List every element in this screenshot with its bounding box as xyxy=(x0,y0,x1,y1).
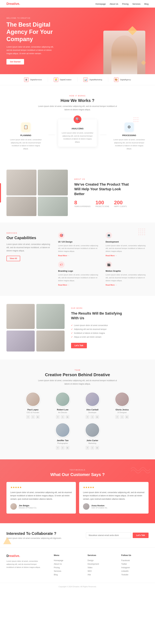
footer-menu-links: Homepage About Us Pricing Services Blog xyxy=(54,559,81,576)
footer-link-pricing[interactable]: Pricing xyxy=(54,566,81,569)
svg-point-5 xyxy=(137,119,138,120)
footer-desc: Lorem ipsum dolor sit amet, consectetur … xyxy=(7,560,42,569)
social-fb-paul[interactable]: f xyxy=(26,415,30,419)
footer-link-blog[interactable]: Blog xyxy=(54,573,81,576)
cap-item-branding: 🏷 Branding Logo Lorem ipsum dolor sit am… xyxy=(58,261,101,286)
nav-blog[interactable]: Blog xyxy=(144,3,148,5)
team-social-paul: f t in xyxy=(20,415,46,419)
stat-item-1: 🖥 DigitalServices xyxy=(18,78,48,82)
collaborate-title: Interested To Collaborate ? xyxy=(7,531,62,536)
footer-link-homepage[interactable]: Homepage xyxy=(54,559,81,562)
footer-follow-linkedin[interactable]: LinkedIn xyxy=(121,569,148,573)
processing-desc: Lorem ipsum dolor sit amet, consectetur … xyxy=(113,138,145,150)
svg-point-12 xyxy=(144,228,145,230)
svg-point-3 xyxy=(133,119,134,120)
how-works-title: How We Works ? xyxy=(7,98,148,103)
footer-svc-seo[interactable]: SEO xyxy=(87,569,115,573)
hero-welcome: WELCOME TO DREATIVE xyxy=(7,17,103,19)
hero-image xyxy=(103,31,148,74)
how-works-grid: 📋 PLANNING Lorem ipsum dolor sit amet, c… xyxy=(7,119,148,154)
social-li-john[interactable]: in xyxy=(95,446,99,450)
hero-text: WELCOME TO DREATIVE The Best Digital Age… xyxy=(7,17,103,74)
footer-svc-ads[interactable]: Ads xyxy=(87,573,115,576)
stat-text-4: DigitalAgency xyxy=(120,79,131,80)
product-section: ABOUT US We've Created The Product That … xyxy=(0,163,155,222)
cap-read-more-dev[interactable]: Read More → xyxy=(106,254,117,256)
team-social-robert: f t in xyxy=(50,415,76,419)
team-social-john: f t in xyxy=(79,446,105,450)
footer-link-services[interactable]: Services xyxy=(54,569,81,573)
results-cta-button[interactable]: Let's Talk xyxy=(71,343,87,348)
testimonial-author-2: Anna Hoston CEO of Creative Inc. xyxy=(83,503,145,510)
svg-point-22 xyxy=(140,234,141,235)
svg-point-32 xyxy=(144,535,145,536)
how-works-desc: Lorem ipsum dolor sit amet, consectetur … xyxy=(37,105,118,111)
footer-svc-design[interactable]: Design xyxy=(87,559,115,562)
nav-about[interactable]: About Us xyxy=(110,3,118,5)
team-name-paul: Paul Lopez xyxy=(20,408,46,411)
cap-read-more-motion[interactable]: Read More → xyxy=(106,284,117,286)
stat-text-2: DigitalCreation xyxy=(60,79,72,80)
social-tw-paul[interactable]: t xyxy=(31,415,35,419)
social-fb-jeniffer[interactable]: f xyxy=(56,446,60,450)
social-tw-john[interactable]: t xyxy=(90,446,94,450)
nav-services[interactable]: Services xyxy=(132,3,140,5)
analyzing-desc: Lorem ipsum dolor sit amet, consectetur … xyxy=(61,132,94,144)
cap-read-more-brand[interactable]: Read More → xyxy=(58,284,69,286)
social-li-gloria[interactable]: in xyxy=(125,415,129,419)
collaborate-desc: Lorem ipsum dolor sit amet consectetur a… xyxy=(7,537,62,539)
social-tw-gloria[interactable]: t xyxy=(120,415,124,419)
social-tw-alex[interactable]: t xyxy=(90,415,94,419)
product-img-2 xyxy=(38,170,68,196)
results-img-2 xyxy=(36,304,65,329)
social-fb-gloria[interactable]: f xyxy=(115,415,119,419)
svg-point-31 xyxy=(142,535,143,536)
team-desc: Lorem ipsum dolor sit amet, consectetur … xyxy=(37,379,118,386)
social-li-paul[interactable]: in xyxy=(36,415,40,419)
team-label: TEAM xyxy=(7,369,148,371)
social-li-robert[interactable]: in xyxy=(66,415,69,419)
footer-menu-title: Menu xyxy=(54,554,81,556)
footer-svc-dev[interactable]: Development xyxy=(87,562,115,566)
svg-point-33 xyxy=(138,537,139,538)
social-fb-john[interactable]: f xyxy=(86,446,89,450)
social-fb-alex[interactable]: f xyxy=(86,415,89,419)
cap-read-more-ui-ux[interactable]: Read More → xyxy=(58,254,69,256)
social-fb-robert[interactable]: f xyxy=(56,415,60,419)
cap-icon-ui-ux: 🎯 xyxy=(58,232,65,239)
stat-icon-4: 🎨 xyxy=(114,78,118,82)
processing-title: PROCESSING xyxy=(113,134,145,136)
author-title-2: CEO of Creative Inc. xyxy=(91,507,108,509)
footer-col-follow: Follow Us Facebook Twitter Instagram Lin… xyxy=(121,554,148,576)
social-li-alex[interactable]: in xyxy=(95,415,99,419)
svg-point-4 xyxy=(135,119,136,120)
collaborate-text: Interested To Collaborate ? Lorem ipsum … xyxy=(7,531,62,539)
nav-homepage[interactable]: Homepage xyxy=(95,3,106,5)
team-card-jeniffer: Jeniffer Tan Photographer f t in xyxy=(50,423,76,450)
cap-view-all-button[interactable]: View All xyxy=(7,256,20,261)
footer-follow-instagram[interactable]: Instagram xyxy=(121,566,148,569)
stat-item-3: 📊 DigitalMarketing xyxy=(78,78,108,82)
footer-link-about[interactable]: About Us xyxy=(54,562,81,566)
cap-title-dev: Development xyxy=(106,240,148,243)
results-list: ✓Lorem ipsum dolor sit amet consectetur … xyxy=(71,324,148,339)
stat-icon-1: 🖥 xyxy=(24,78,29,82)
svg-point-27 xyxy=(142,534,143,534)
footer-follow-youtube[interactable]: Youtube xyxy=(121,573,148,576)
how-works-label: HOW IT WORKS xyxy=(7,95,148,97)
footer-follow-facebook[interactable]: Facebook xyxy=(121,559,148,562)
social-li-jeniffer[interactable]: in xyxy=(66,446,69,450)
svg-point-25 xyxy=(138,534,139,534)
footer-follow-twitter[interactable]: Twitter xyxy=(121,562,148,566)
svg-point-23 xyxy=(142,234,143,235)
collaborate-email-input[interactable] xyxy=(86,532,131,538)
logo[interactable]: Dreative. xyxy=(7,2,20,6)
nav-pricing[interactable]: Pricing xyxy=(122,3,128,5)
social-tw-jeniffer[interactable]: t xyxy=(61,446,65,450)
team-avatar-robert xyxy=(55,392,70,406)
team-title: Creative Person Behind Dreative xyxy=(7,372,148,377)
hero-cta-button[interactable]: Get Started xyxy=(7,59,24,64)
footer-svc-video[interactable]: Video xyxy=(87,566,115,569)
svg-point-16 xyxy=(144,230,145,232)
social-tw-robert[interactable]: t xyxy=(61,415,65,419)
